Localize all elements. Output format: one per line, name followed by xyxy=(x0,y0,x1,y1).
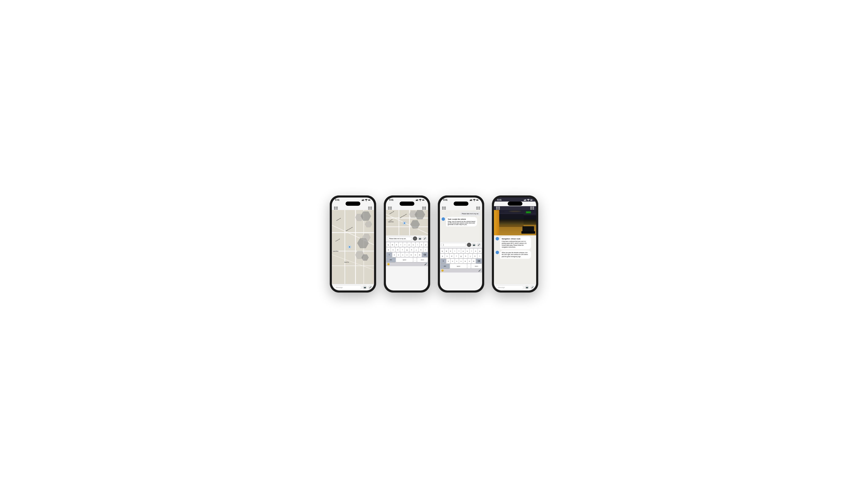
key3-shift[interactable]: ⇧ xyxy=(440,259,446,263)
key-y[interactable]: y xyxy=(407,242,411,247)
key3-a[interactable]: a xyxy=(440,254,444,258)
camera-btn-4[interactable]: 📷 xyxy=(525,285,529,289)
message-input-4[interactable]: Message xyxy=(496,285,524,289)
svg-rect-35 xyxy=(472,199,472,201)
key-abc[interactable]: ABC xyxy=(386,258,396,262)
key3-delete[interactable]: ⌫ xyxy=(476,259,482,263)
key3-p[interactable]: p xyxy=(478,249,482,253)
key3-d[interactable]: d xyxy=(450,254,454,258)
send-bar-2[interactable]: Please take me to my car. ↑ 📷 🎤 xyxy=(386,235,428,241)
dynamic-island-1 xyxy=(346,202,360,206)
camera-btn-1[interactable]: 📷 xyxy=(363,285,367,289)
key-j[interactable]: j xyxy=(414,248,418,252)
svg-rect-27 xyxy=(390,208,392,209)
key3-t[interactable]: t xyxy=(457,249,461,253)
mic-btn-4[interactable]: 🎤 xyxy=(530,285,534,289)
camera-btn-2[interactable]: 📷 xyxy=(418,236,422,240)
key-shift[interactable]: ⇧ xyxy=(386,253,392,257)
key-l[interactable]: l xyxy=(424,248,428,252)
mic-btn-3[interactable]: 🎤 xyxy=(477,243,481,247)
mic-btn-2[interactable]: 🎤 xyxy=(423,236,427,240)
key-r[interactable]: r xyxy=(399,242,403,247)
key-f[interactable]: f xyxy=(400,248,404,252)
key3-n[interactable]: n xyxy=(468,259,471,263)
message-input-1[interactable]: Message xyxy=(334,285,361,289)
key3-return[interactable]: return xyxy=(471,264,482,268)
mic-icon-2[interactable]: 🎤 xyxy=(424,263,427,265)
key3-abc[interactable]: ABC xyxy=(440,264,450,268)
key-e[interactable]: e xyxy=(395,242,399,247)
key3-space[interactable]: space xyxy=(450,264,467,268)
key-delete[interactable]: ⌫ xyxy=(422,253,428,257)
key-s[interactable]: s xyxy=(391,248,395,252)
key-o[interactable]: o xyxy=(420,242,424,247)
nav-message-1: Navigation: retrace route It has been co… xyxy=(496,237,534,249)
key-q[interactable]: q xyxy=(386,242,390,247)
time-3: 9:41 xyxy=(443,199,447,201)
key3-i[interactable]: i xyxy=(470,249,473,253)
key3-k[interactable]: k xyxy=(473,254,477,258)
dynamic-island-4 xyxy=(508,202,522,206)
key-w[interactable]: w xyxy=(391,242,394,247)
key-period[interactable]: . xyxy=(413,258,417,262)
send-bar-3[interactable]: | ↑ 📷 🎤 xyxy=(440,242,482,248)
key-c[interactable]: c xyxy=(401,253,405,257)
key3-w[interactable]: w xyxy=(444,249,448,253)
camera-btn-3[interactable]: 📷 xyxy=(472,243,476,247)
key3-u[interactable]: u xyxy=(465,249,469,253)
status-icons-2 xyxy=(416,199,425,201)
key3-z[interactable]: z xyxy=(446,259,450,263)
key-space[interactable]: space xyxy=(396,258,413,262)
map-icon-4 xyxy=(496,207,500,209)
key-p[interactable]: p xyxy=(424,242,428,247)
key3-x[interactable]: x xyxy=(451,259,455,263)
key-z[interactable]: z xyxy=(393,253,396,257)
key3-h[interactable]: h xyxy=(464,254,468,258)
message-bar-1[interactable]: Message 📷 🎤 xyxy=(332,284,374,290)
key-d[interactable]: d xyxy=(396,248,400,252)
key3-f[interactable]: f xyxy=(454,254,459,258)
key3-o[interactable]: o xyxy=(474,249,477,253)
key3-b[interactable]: b xyxy=(463,259,467,263)
message-input-3[interactable]: | xyxy=(441,243,466,247)
send-btn-3[interactable]: ↑ xyxy=(467,243,471,247)
key-i[interactable]: i xyxy=(415,242,420,247)
key3-l[interactable]: l xyxy=(477,254,482,258)
key-m[interactable]: m xyxy=(418,253,422,257)
key3-e[interactable]: e xyxy=(449,249,453,253)
message-bar-4[interactable]: Message 📷 🎤 xyxy=(494,284,536,290)
svg-point-59 xyxy=(528,200,529,201)
key3-period[interactable]: . xyxy=(467,264,471,268)
key3-m[interactable]: m xyxy=(472,259,475,263)
key-v[interactable]: v xyxy=(405,253,409,257)
key-h[interactable]: h xyxy=(409,248,414,252)
key-g[interactable]: g xyxy=(405,248,409,252)
key-k[interactable]: k xyxy=(419,248,423,252)
map-2: Middle Henan Rd Hankou Rd Capital West F… xyxy=(386,210,428,235)
keyboard-2[interactable]: q w e r t y u i o p a s d f g h xyxy=(386,241,428,266)
key-return[interactable]: return xyxy=(417,258,428,262)
key3-q[interactable]: q xyxy=(440,249,444,253)
key3-r[interactable]: r xyxy=(453,249,457,253)
key3-v[interactable]: v xyxy=(459,259,463,263)
key-t[interactable]: t xyxy=(403,242,407,247)
svg-rect-29 xyxy=(424,207,426,208)
keyboard-3[interactable]: q w e r t y u i o p a s d f g h xyxy=(440,248,482,272)
emoji-icon-2[interactable]: 😊 xyxy=(387,263,390,265)
send-btn-2[interactable]: ↑ xyxy=(413,236,417,240)
key-x[interactable]: x xyxy=(397,253,400,257)
key3-s[interactable]: s xyxy=(445,254,449,258)
svg-rect-38 xyxy=(476,200,478,200)
key3-j[interactable]: j xyxy=(468,254,472,258)
emoji-icon-3[interactable]: 😊 xyxy=(441,269,444,272)
key3-g[interactable]: g xyxy=(459,254,463,258)
mic-btn-1[interactable]: 🎤 xyxy=(368,285,372,289)
key-n[interactable]: n xyxy=(413,253,417,257)
mic-icon-3[interactable]: 🎤 xyxy=(478,269,481,272)
key-u[interactable]: u xyxy=(411,242,415,247)
key3-c[interactable]: c xyxy=(455,259,459,263)
key-a[interactable]: a xyxy=(386,248,391,252)
key3-y[interactable]: y xyxy=(461,249,465,253)
key-b[interactable]: b xyxy=(409,253,413,257)
message-text-2[interactable]: Please take me to my car. xyxy=(387,237,412,240)
